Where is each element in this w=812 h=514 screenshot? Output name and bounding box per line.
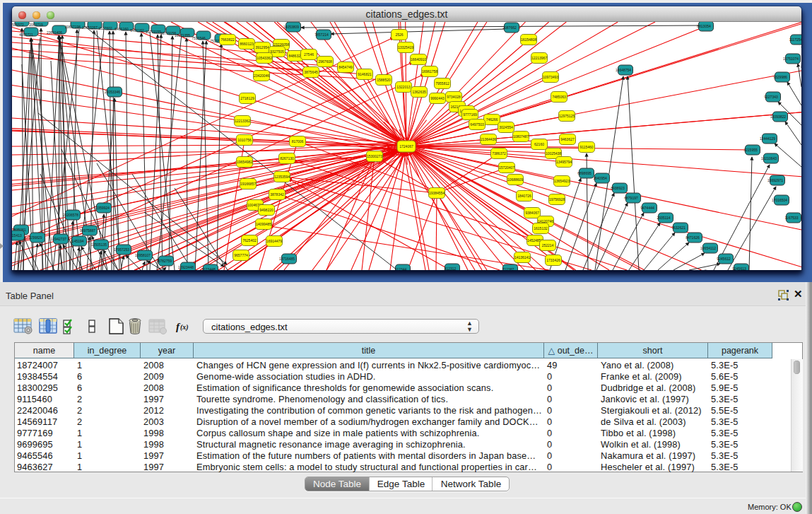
svg-text:15751074: 15751074 xyxy=(783,57,799,61)
svg-text:6898695: 6898695 xyxy=(577,171,592,175)
svg-text:2718129: 2718129 xyxy=(240,96,254,100)
svg-text:7386372: 7386372 xyxy=(492,151,506,156)
svg-text:6466160: 6466160 xyxy=(114,27,129,31)
svg-text:9146821: 9146821 xyxy=(358,72,372,76)
svg-text:8660123: 8660123 xyxy=(240,42,254,46)
svg-text:9657774: 9657774 xyxy=(234,253,248,257)
svg-text:9474444: 9474444 xyxy=(640,206,654,210)
svg-text:12359924: 12359924 xyxy=(94,206,110,210)
svg-text:9463627: 9463627 xyxy=(560,137,575,141)
svg-text:9384067: 9384067 xyxy=(525,211,539,215)
svg-text:1167533: 1167533 xyxy=(784,216,798,220)
svg-text:3875645: 3875645 xyxy=(304,70,318,74)
svg-text:20637198: 20637198 xyxy=(65,25,81,29)
svg-text:7857214: 7857214 xyxy=(314,33,329,37)
svg-text:(x): (x) xyxy=(180,323,189,332)
svg-text:9123448: 9123448 xyxy=(201,267,216,270)
svg-text:8471626: 8471626 xyxy=(686,235,700,240)
svg-text:12213967: 12213967 xyxy=(531,56,547,60)
svg-text:16154808: 16154808 xyxy=(521,37,536,42)
svg-text:6497503: 6497503 xyxy=(470,122,484,127)
svg-text:2087662: 2087662 xyxy=(502,25,517,30)
svg-text:1527602: 1527602 xyxy=(98,26,112,30)
svg-text:2526: 2526 xyxy=(395,33,403,37)
svg-text:7955812: 7955812 xyxy=(435,81,449,86)
svg-text:16640910: 16640910 xyxy=(411,57,426,62)
svg-text:15692971: 15692971 xyxy=(767,178,783,182)
svg-text:1362635: 1362635 xyxy=(412,90,426,94)
svg-text:20053346: 20053346 xyxy=(105,90,120,94)
svg-text:17016504: 17016504 xyxy=(772,198,787,202)
svg-text:12923448: 12923448 xyxy=(178,265,194,269)
svg-text:9245612: 9245612 xyxy=(717,257,731,261)
svg-text:21364436: 21364436 xyxy=(481,137,496,141)
svg-text:15300273: 15300273 xyxy=(367,154,382,158)
svg-text:27546: 27546 xyxy=(304,52,314,57)
svg-text:7632621: 7632621 xyxy=(671,226,686,230)
svg-text:10025438: 10025438 xyxy=(546,151,561,156)
svg-text:817006: 817006 xyxy=(292,139,304,144)
svg-text:3878342: 3878342 xyxy=(270,192,284,197)
svg-text:12505135: 12505135 xyxy=(91,243,107,247)
svg-text:12975125: 12975125 xyxy=(559,114,575,118)
svg-text:16053809: 16053809 xyxy=(283,25,299,29)
svg-text:1117254: 1117254 xyxy=(789,37,801,42)
svg-text:15720407: 15720407 xyxy=(499,165,514,170)
svg-text:17957253: 17957253 xyxy=(114,247,129,252)
svg-text:10958107: 10958107 xyxy=(135,253,151,257)
svg-text:8267130: 8267130 xyxy=(280,156,294,160)
svg-text:8454749: 8454749 xyxy=(339,65,353,69)
svg-text:1733426: 1733426 xyxy=(546,258,560,262)
svg-text:10654112: 10654112 xyxy=(700,246,716,250)
svg-text:1145194: 1145194 xyxy=(70,239,83,243)
svg-text:10973493: 10973493 xyxy=(543,75,558,79)
svg-text:7625402: 7625402 xyxy=(242,238,257,243)
svg-text:10719155: 10719155 xyxy=(146,30,161,34)
svg-text:12093822: 12093822 xyxy=(770,115,786,119)
svg-text:9227343: 9227343 xyxy=(764,95,778,99)
svg-text:12444129: 12444129 xyxy=(760,136,775,141)
svg-text:1505572: 1505572 xyxy=(12,23,24,27)
svg-text:7663822: 7663822 xyxy=(220,37,235,42)
svg-text:19654982: 19654982 xyxy=(237,160,252,164)
svg-text:2063719: 2063719 xyxy=(29,23,43,27)
svg-text:19166857: 19166857 xyxy=(240,182,256,186)
svg-text:13716485: 13716485 xyxy=(279,257,295,261)
svg-text:16671355: 16671355 xyxy=(175,33,190,37)
svg-text:9990443: 9990443 xyxy=(430,96,445,100)
svg-text:746266: 746266 xyxy=(486,117,498,122)
svg-text:2935114: 2935114 xyxy=(657,216,670,220)
svg-text:13325419: 13325419 xyxy=(398,45,413,49)
svg-text:90975887: 90975887 xyxy=(80,228,95,233)
svg-text:12213362: 12213362 xyxy=(235,119,250,123)
svg-text:1156829: 1156829 xyxy=(28,235,42,240)
svg-text:10543362: 10543362 xyxy=(257,56,272,60)
svg-text:13654923: 13654923 xyxy=(554,179,570,183)
svg-text:1322013: 1322013 xyxy=(396,85,411,89)
svg-text:19384554: 19384554 xyxy=(429,191,445,195)
svg-text:8486328: 8486328 xyxy=(288,54,302,58)
svg-text:812312: 812312 xyxy=(445,267,457,270)
svg-text:3912954: 3912954 xyxy=(255,45,269,49)
svg-text:16648754: 16648754 xyxy=(616,68,631,72)
svg-text:20206578: 20206578 xyxy=(63,213,78,217)
svg-text:1724067: 1724067 xyxy=(399,144,413,148)
svg-text:8813054: 8813054 xyxy=(697,24,711,28)
svg-text:3024554: 3024554 xyxy=(499,125,513,129)
svg-text:19756928: 19756928 xyxy=(549,197,565,201)
svg-text:14136141: 14136141 xyxy=(514,255,530,259)
svg-text:12353594: 12353594 xyxy=(274,175,290,179)
svg-text:10807487: 10807487 xyxy=(513,134,529,139)
svg-text:16961758: 16961758 xyxy=(422,69,437,74)
svg-text:9327505: 9327505 xyxy=(270,49,284,54)
svg-text:7515546: 7515546 xyxy=(192,36,206,40)
svg-text:712387: 712387 xyxy=(502,267,514,270)
svg-text:14099485: 14099485 xyxy=(256,222,271,226)
svg-text:23420046: 23420046 xyxy=(254,74,269,78)
svg-text:3215955: 3215955 xyxy=(743,148,758,152)
svg-text:62160: 62160 xyxy=(534,142,544,146)
svg-text:7485063: 7485063 xyxy=(552,95,566,99)
svg-text:1615132: 1615132 xyxy=(534,226,548,230)
svg-text:6466162: 6466162 xyxy=(130,28,144,33)
svg-text:16914479: 16914479 xyxy=(266,239,282,243)
